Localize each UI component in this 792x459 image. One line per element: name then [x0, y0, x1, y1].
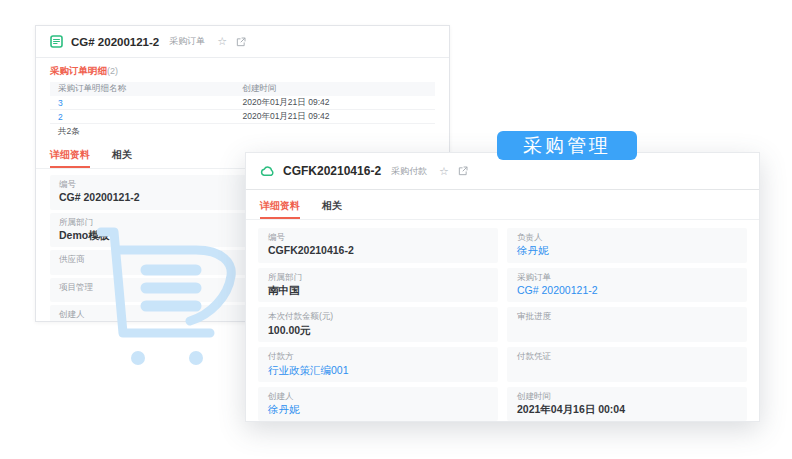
field-label: 负责人: [517, 232, 737, 243]
object-type-label: 采购付款: [391, 165, 427, 178]
field-payer: 付款方 行业政策汇编001: [258, 347, 498, 382]
col-header-name: 采购订单明细名称: [58, 83, 243, 95]
row-created-time: 2020年01月21日 09:42: [243, 97, 428, 109]
field-created-time: 创建时间 2021年04月16日 00:04: [507, 387, 747, 422]
field-label: 创建人: [268, 391, 488, 402]
field-value: [517, 363, 737, 368]
table-header-row: 采购订单明细名称 创建时间: [50, 82, 435, 96]
favorite-star-icon[interactable]: ☆: [217, 36, 227, 47]
related-list-title: 采购订单明细(2): [50, 65, 435, 78]
record-title: CG# 20200121-2: [71, 36, 159, 48]
field-number: 编号 CGFK20210416-2: [258, 228, 498, 263]
related-list-count: (2): [107, 66, 118, 76]
table-footer-count: 共2条: [50, 124, 435, 139]
row-name-link[interactable]: 2: [58, 112, 243, 122]
module-badge: 采购管理: [497, 131, 637, 160]
front-tab-bar: 详细资料 相关: [246, 194, 759, 220]
related-list-title-text: 采购订单明细: [50, 65, 107, 76]
invoice-icon: [50, 35, 63, 48]
cloud-icon: [260, 166, 275, 177]
purchase-order-link[interactable]: CG# 20200121-2: [517, 283, 737, 298]
share-icon[interactable]: [236, 37, 246, 47]
record-title: CGFK20210416-2: [283, 164, 381, 178]
field-approval-progress: 审批进度: [507, 307, 747, 342]
field-value: [517, 323, 737, 328]
field-value: 南中国: [268, 283, 488, 298]
purchase-payment-window: CGFK20210416-2 采购付款 ☆ 详细资料 相关 编号 CGFK202…: [245, 152, 760, 422]
field-purchase-order: 采购订单 CG# 20200121-2: [507, 268, 747, 303]
field-label: 付款凭证: [517, 351, 737, 362]
creator-link[interactable]: 徐丹妮: [268, 402, 488, 417]
tab-related[interactable]: 相关: [322, 194, 342, 219]
object-type-label: 采购订单: [169, 35, 205, 48]
field-payment-amount: 本次付款金额(元) 100.00元: [258, 307, 498, 342]
page: CG# 20200121-2 采购订单 ☆ 采购订单明细(2) 采购订单明细名称…: [0, 0, 792, 459]
payer-link[interactable]: 行业政策汇编001: [268, 363, 488, 378]
field-label: 付款方: [268, 351, 488, 362]
table-row[interactable]: 3 2020年01月21日 09:42: [50, 96, 435, 110]
col-header-created: 创建时间: [243, 83, 428, 95]
tab-detail[interactable]: 详细资料: [50, 143, 90, 168]
field-label: 所属部门: [268, 272, 488, 283]
owner-link[interactable]: 徐丹妮: [517, 243, 737, 258]
table-row[interactable]: 2 2020年01月21日 09:42: [50, 110, 435, 124]
front-detail-fields: 编号 CGFK20210416-2 负责人 徐丹妮 所属部门 南中国 采购订单 …: [246, 220, 759, 422]
field-department: 所属部门 南中国: [258, 268, 498, 303]
field-payment-voucher: 付款凭证: [507, 347, 747, 382]
field-label: 审批进度: [517, 311, 737, 322]
field-label: 本次付款金额(元): [268, 311, 488, 322]
row-created-time: 2020年01月21日 09:42: [243, 111, 428, 123]
tab-detail[interactable]: 详细资料: [260, 194, 300, 219]
field-value: CGFK20210416-2: [268, 243, 488, 258]
tab-related[interactable]: 相关: [112, 143, 132, 168]
order-lines-table: 采购订单明细名称 创建时间 3 2020年01月21日 09:42 2 2020…: [50, 82, 435, 139]
purchase-order-header: CG# 20200121-2 采购订单 ☆: [36, 26, 449, 58]
favorite-star-icon[interactable]: ☆: [439, 166, 449, 177]
field-label: 创建时间: [517, 391, 737, 402]
field-owner: 负责人 徐丹妮: [507, 228, 747, 263]
field-label: 编号: [268, 232, 488, 243]
field-label: 采购订单: [517, 272, 737, 283]
field-value: 100.00元: [268, 323, 488, 338]
field-creator: 创建人 徐丹妮: [258, 387, 498, 422]
share-icon[interactable]: [458, 166, 468, 176]
field-value: 2021年04月16日 00:04: [517, 402, 737, 417]
row-name-link[interactable]: 3: [58, 98, 243, 108]
